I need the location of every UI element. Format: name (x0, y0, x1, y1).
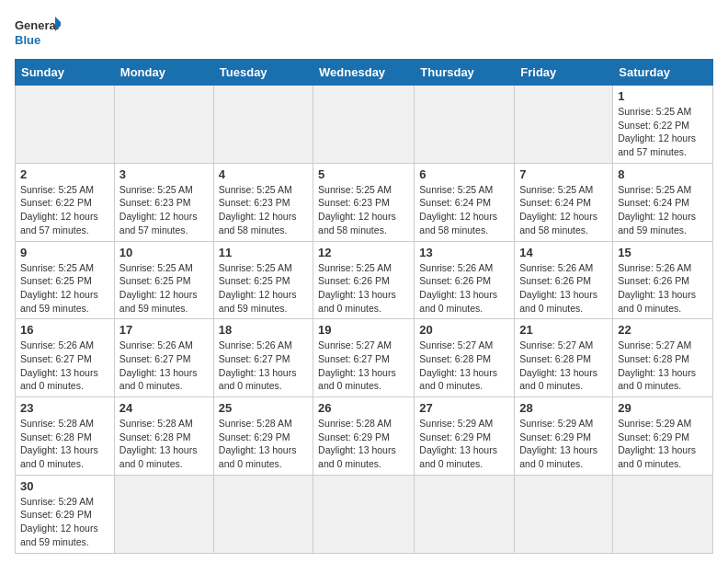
day-info: Sunrise: 5:29 AMSunset: 6:29 PMDaylight:… (618, 417, 708, 471)
day-info: Sunrise: 5:25 AMSunset: 6:25 PMDaylight:… (119, 261, 209, 316)
calendar-cell: 7Sunrise: 5:25 AMSunset: 6:24 PMDaylight… (515, 163, 613, 241)
calendar-week-row: 30Sunrise: 5:29 AMSunset: 6:29 PMDayligh… (16, 475, 713, 553)
svg-text:General: General (15, 18, 59, 32)
day-info: Sunrise: 5:26 AMSunset: 6:26 PMDaylight:… (519, 261, 608, 316)
day-number: 20 (419, 323, 509, 337)
day-number: 24 (119, 401, 209, 415)
day-number: 11 (219, 246, 308, 259)
calendar-cell: 11Sunrise: 5:25 AMSunset: 6:25 PMDayligh… (213, 241, 313, 319)
day-number: 17 (119, 323, 209, 337)
calendar-cell: 21Sunrise: 5:27 AMSunset: 6:28 PMDayligh… (515, 319, 613, 397)
calendar-cell (313, 86, 415, 164)
calendar-cell (313, 475, 415, 553)
calendar-cell: 18Sunrise: 5:26 AMSunset: 6:27 PMDayligh… (213, 319, 313, 397)
calendar-cell: 27Sunrise: 5:29 AMSunset: 6:29 PMDayligh… (415, 397, 515, 476)
day-number: 22 (618, 323, 708, 337)
day-info: Sunrise: 5:25 AMSunset: 6:25 PMDaylight:… (219, 261, 308, 316)
col-header-saturday: Saturday (613, 60, 713, 86)
calendar-cell (16, 86, 115, 164)
calendar-cell: 14Sunrise: 5:26 AMSunset: 6:26 PMDayligh… (515, 241, 613, 319)
day-info: Sunrise: 5:26 AMSunset: 6:27 PMDaylight:… (119, 339, 209, 393)
calendar-cell: 17Sunrise: 5:26 AMSunset: 6:27 PMDayligh… (114, 319, 213, 397)
day-info: Sunrise: 5:26 AMSunset: 6:27 PMDaylight:… (20, 339, 109, 393)
calendar-cell (613, 475, 713, 553)
calendar-cell (114, 86, 213, 164)
calendar-table: SundayMondayTuesdayWednesdayThursdayFrid… (15, 59, 713, 554)
day-number: 4 (219, 167, 308, 181)
calendar-cell: 9Sunrise: 5:25 AMSunset: 6:25 PMDaylight… (16, 241, 115, 319)
calendar-cell: 12Sunrise: 5:25 AMSunset: 6:26 PMDayligh… (313, 241, 415, 319)
header: General Blue (15, 15, 713, 52)
day-number: 15 (618, 246, 708, 259)
day-info: Sunrise: 5:26 AMSunset: 6:26 PMDaylight:… (419, 261, 509, 316)
day-info: Sunrise: 5:25 AMSunset: 6:22 PMDaylight:… (618, 105, 708, 159)
day-info: Sunrise: 5:29 AMSunset: 6:29 PMDaylight:… (519, 417, 608, 471)
day-info: Sunrise: 5:25 AMSunset: 6:26 PMDaylight:… (318, 261, 409, 316)
calendar-cell (515, 86, 613, 164)
calendar-cell: 29Sunrise: 5:29 AMSunset: 6:29 PMDayligh… (613, 397, 713, 476)
calendar-cell (515, 475, 613, 553)
day-info: Sunrise: 5:28 AMSunset: 6:29 PMDaylight:… (219, 417, 308, 471)
calendar-week-row: 16Sunrise: 5:26 AMSunset: 6:27 PMDayligh… (16, 319, 713, 397)
day-info: Sunrise: 5:25 AMSunset: 6:24 PMDaylight:… (419, 183, 509, 237)
logo-svg: General Blue (15, 15, 61, 52)
calendar-cell: 2Sunrise: 5:25 AMSunset: 6:22 PMDaylight… (16, 163, 115, 241)
calendar-cell: 25Sunrise: 5:28 AMSunset: 6:29 PMDayligh… (213, 397, 313, 476)
day-number: 7 (519, 167, 608, 181)
day-info: Sunrise: 5:25 AMSunset: 6:25 PMDaylight:… (20, 261, 109, 316)
col-header-tuesday: Tuesday (213, 60, 313, 86)
col-header-monday: Monday (114, 60, 213, 86)
calendar-cell (415, 475, 515, 553)
calendar-cell: 16Sunrise: 5:26 AMSunset: 6:27 PMDayligh… (16, 319, 115, 397)
day-info: Sunrise: 5:25 AMSunset: 6:23 PMDaylight:… (318, 183, 409, 237)
day-info: Sunrise: 5:26 AMSunset: 6:26 PMDaylight:… (618, 261, 708, 316)
day-number: 5 (318, 167, 409, 181)
day-number: 18 (219, 323, 308, 337)
day-number: 29 (618, 401, 708, 415)
day-number: 27 (419, 401, 509, 415)
day-number: 8 (618, 167, 708, 181)
logo: General Blue (15, 15, 61, 52)
day-number: 19 (318, 323, 409, 337)
day-info: Sunrise: 5:28 AMSunset: 6:29 PMDaylight:… (318, 417, 409, 471)
day-info: Sunrise: 5:27 AMSunset: 6:28 PMDaylight:… (519, 339, 608, 393)
day-info: Sunrise: 5:28 AMSunset: 6:28 PMDaylight:… (119, 417, 209, 471)
calendar-cell: 23Sunrise: 5:28 AMSunset: 6:28 PMDayligh… (16, 397, 115, 476)
day-number: 16 (20, 323, 109, 337)
calendar-cell: 6Sunrise: 5:25 AMSunset: 6:24 PMDaylight… (415, 163, 515, 241)
day-number: 14 (519, 246, 608, 259)
day-number: 21 (519, 323, 608, 337)
day-info: Sunrise: 5:25 AMSunset: 6:23 PMDaylight:… (219, 183, 308, 237)
calendar-header-row: SundayMondayTuesdayWednesdayThursdayFrid… (16, 60, 713, 86)
calendar-cell: 5Sunrise: 5:25 AMSunset: 6:23 PMDaylight… (313, 163, 415, 241)
calendar-cell: 13Sunrise: 5:26 AMSunset: 6:26 PMDayligh… (415, 241, 515, 319)
day-number: 13 (419, 246, 509, 259)
day-number: 12 (318, 246, 409, 259)
day-info: Sunrise: 5:29 AMSunset: 6:29 PMDaylight:… (20, 495, 109, 549)
day-info: Sunrise: 5:27 AMSunset: 6:28 PMDaylight:… (419, 339, 509, 393)
day-info: Sunrise: 5:26 AMSunset: 6:27 PMDaylight:… (219, 339, 308, 393)
calendar-cell (114, 475, 213, 553)
calendar-cell: 4Sunrise: 5:25 AMSunset: 6:23 PMDaylight… (213, 163, 313, 241)
calendar-cell (415, 86, 515, 164)
calendar-cell: 3Sunrise: 5:25 AMSunset: 6:23 PMDaylight… (114, 163, 213, 241)
calendar-cell: 24Sunrise: 5:28 AMSunset: 6:28 PMDayligh… (114, 397, 213, 476)
calendar-week-row: 23Sunrise: 5:28 AMSunset: 6:28 PMDayligh… (16, 397, 713, 476)
calendar-cell: 1Sunrise: 5:25 AMSunset: 6:22 PMDaylight… (613, 86, 713, 164)
svg-text:Blue: Blue (15, 33, 40, 47)
day-number: 30 (20, 479, 109, 493)
calendar-cell: 30Sunrise: 5:29 AMSunset: 6:29 PMDayligh… (16, 475, 115, 553)
day-info: Sunrise: 5:25 AMSunset: 6:22 PMDaylight:… (20, 183, 109, 237)
day-number: 10 (119, 246, 209, 259)
calendar-cell: 19Sunrise: 5:27 AMSunset: 6:27 PMDayligh… (313, 319, 415, 397)
day-info: Sunrise: 5:25 AMSunset: 6:24 PMDaylight:… (519, 183, 608, 237)
day-number: 25 (219, 401, 308, 415)
calendar-cell: 8Sunrise: 5:25 AMSunset: 6:24 PMDaylight… (613, 163, 713, 241)
calendar-cell (213, 475, 313, 553)
calendar-week-row: 9Sunrise: 5:25 AMSunset: 6:25 PMDaylight… (16, 241, 713, 319)
day-number: 3 (119, 167, 209, 181)
day-number: 6 (419, 167, 509, 181)
day-info: Sunrise: 5:27 AMSunset: 6:27 PMDaylight:… (318, 339, 409, 393)
day-info: Sunrise: 5:29 AMSunset: 6:29 PMDaylight:… (419, 417, 509, 471)
day-info: Sunrise: 5:25 AMSunset: 6:23 PMDaylight:… (119, 183, 209, 237)
